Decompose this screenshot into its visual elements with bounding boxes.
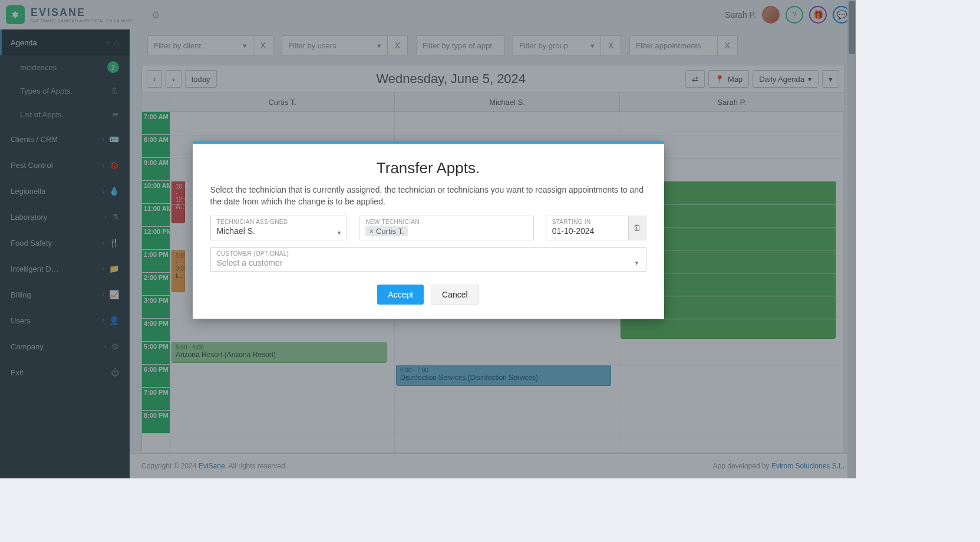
calendar-icon: 🗓 (633, 223, 641, 233)
modal-description: Select the technician that is currently … (210, 184, 646, 207)
accept-button[interactable]: Accept (377, 285, 424, 305)
transfer-appts-modal: Transfer Appts. Select the technician th… (193, 141, 664, 319)
caret-down-icon: ▼ (336, 230, 342, 236)
field-label: NEW TECHNICIAN (365, 219, 527, 225)
caret-down-icon: ▼ (634, 260, 640, 266)
technician-assigned-field[interactable]: TECHNICIAN ASSIGNED Michael S. ▼ (210, 216, 348, 240)
starting-date-field[interactable]: STARTING IN 01-10-2024 🗓 (546, 216, 646, 240)
new-technician-field[interactable]: NEW TECHNICIAN × Curtis T. (359, 216, 533, 240)
field-value: Michael S. (217, 226, 341, 236)
customer-placeholder: Select a customer (217, 258, 640, 267)
modal-title: Transfer Appts. (210, 159, 646, 177)
customer-field[interactable]: CUSTOMER (OPTIONAL) Select a customer ▼ (210, 247, 646, 272)
field-label: CUSTOMER (OPTIONAL) (217, 250, 640, 257)
technician-token: × Curtis T. (365, 226, 407, 236)
token-label: Curtis T. (376, 227, 404, 236)
field-label: STARTING IN (552, 219, 622, 225)
token-remove[interactable]: × (369, 227, 374, 236)
field-value: 01-10-2024 (552, 226, 622, 236)
field-label: TECHNICIAN ASSIGNED (217, 219, 341, 225)
cancel-button[interactable]: Cancel (431, 285, 479, 305)
calendar-button[interactable]: 🗓 (628, 216, 646, 240)
